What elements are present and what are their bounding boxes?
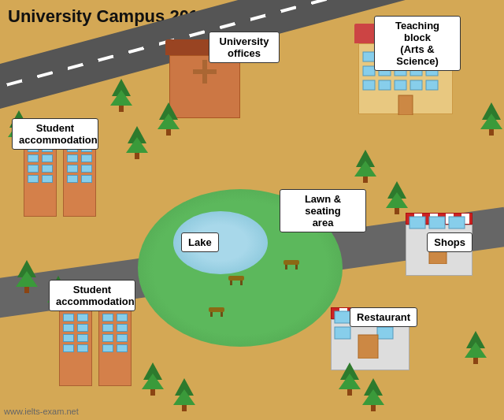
svg-rect-2 [363,52,375,61]
svg-rect-1 [193,69,217,74]
svg-rect-16 [426,80,438,90]
bench-3 [209,307,224,317]
svg-rect-22 [335,311,350,323]
svg-rect-14 [395,80,406,90]
svg-rect-26 [377,327,393,339]
svg-rect-25 [335,327,350,339]
tree-5 [480,102,502,136]
tree-13 [362,378,384,411]
svg-rect-13 [379,80,391,90]
tree-14 [386,181,408,214]
lake-label: Lake [181,232,219,252]
tree-9 [142,362,164,396]
tree-12 [339,362,361,396]
tree-11 [465,331,487,364]
bench-2 [284,260,299,269]
university-offices-label: University offices [209,32,280,63]
svg-rect-17 [398,95,413,115]
svg-rect-27 [358,335,378,359]
svg-rect-18 [410,217,425,229]
tree-1 [110,79,132,112]
teaching-block-label: Teaching block (Arts & Science) [374,16,461,71]
watermark: www.ielts-exam.net [4,407,79,416]
tree-4 [126,126,148,159]
offices-body [169,55,240,118]
student-accommodation-bottom-label: Student accommodation [49,280,135,311]
student-accommodation-top-label: Student accommodation [12,118,98,150]
tree-7 [16,260,38,293]
svg-rect-7 [363,66,375,76]
svg-rect-20 [449,217,465,229]
bench-1 [228,276,244,285]
lawn-seating-label: Lawn & seating area [280,189,366,232]
svg-rect-15 [410,80,422,90]
svg-rect-19 [429,217,445,229]
restaurant-label: Restaurant [350,307,417,327]
tree-10 [173,378,195,411]
shops-label: Shops [427,232,472,252]
tree-6 [354,150,376,183]
tree-2 [158,102,180,136]
svg-rect-12 [363,80,375,90]
